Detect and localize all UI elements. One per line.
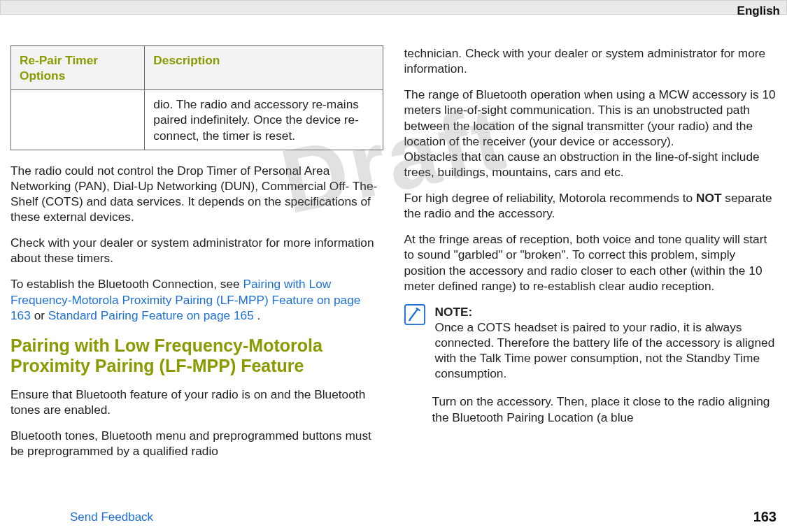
- body-paragraph: Ensure that Bluetooth feature of your ra…: [10, 387, 383, 417]
- note-label: NOTE:: [435, 305, 473, 319]
- table-header-row: Re-Pair Timer Options Description: [11, 46, 383, 90]
- body-paragraph: Check with your dealer or system adminis…: [10, 235, 383, 266]
- note-block: NOTE: Once a COTS headset is paired to y…: [404, 304, 777, 382]
- body-paragraph: For high degree of reliability, Motorola…: [404, 190, 777, 221]
- text-fragment: For high degree of reliability, Motorola…: [404, 191, 697, 205]
- page-number: 163: [753, 509, 777, 525]
- body-paragraph: To establish the Bluetooth Connection, s…: [10, 276, 383, 322]
- table-row: dio. The radio and accessory re-mains pa…: [11, 90, 383, 150]
- text-fragment: or: [31, 308, 48, 322]
- procedure-step: Turn on the accessory. Then, place it cl…: [432, 394, 777, 424]
- page-footer: Send Feedback 163: [10, 509, 777, 525]
- top-title-bar: [0, 0, 787, 15]
- send-feedback-link[interactable]: Send Feedback: [70, 510, 153, 524]
- text-fragment: .: [257, 308, 261, 322]
- text-fragment: Obstacles that can cause an obstruction …: [404, 150, 760, 179]
- left-column: Re-Pair Timer Options Description dio. T…: [10, 45, 383, 459]
- repair-timer-table: Re-Pair Timer Options Description dio. T…: [10, 45, 383, 150]
- cross-reference-link[interactable]: Standard Pairing Feature on page 165: [48, 308, 257, 322]
- body-paragraph: At the fringe areas of reception, both v…: [404, 231, 777, 294]
- body-paragraph: Bluetooth tones, Bluetooth menu and prep…: [10, 428, 383, 459]
- svg-rect-0: [404, 305, 424, 324]
- text-fragment: The range of Bluetooth operation when us…: [404, 87, 776, 148]
- note-icon: [404, 304, 427, 382]
- note-text: Once a COTS headset is paired to your ra…: [435, 320, 775, 380]
- table-header-col1: Re-Pair Timer Options: [11, 46, 145, 90]
- page-content: Re-Pair Timer Options Description dio. T…: [0, 15, 787, 459]
- body-paragraph: The range of Bluetooth operation when us…: [404, 87, 777, 180]
- table-cell-option: [11, 90, 145, 150]
- table-cell-description: dio. The radio and accessory re-mains pa…: [145, 90, 383, 150]
- emphasis-bold: NOT: [696, 191, 721, 205]
- note-body: NOTE: Once a COTS headset is paired to y…: [435, 304, 777, 382]
- right-column: technician. Check with your dealer or sy…: [404, 45, 777, 459]
- section-heading: Pairing with Low Frequency-Motorola Prox…: [10, 336, 383, 377]
- body-paragraph: The radio could not control the Drop Tim…: [10, 163, 383, 225]
- text-fragment: To establish the Bluetooth Connection, s…: [10, 277, 243, 291]
- table-header-col2: Description: [145, 46, 383, 90]
- body-paragraph: technician. Check with your dealer or sy…: [404, 45, 777, 76]
